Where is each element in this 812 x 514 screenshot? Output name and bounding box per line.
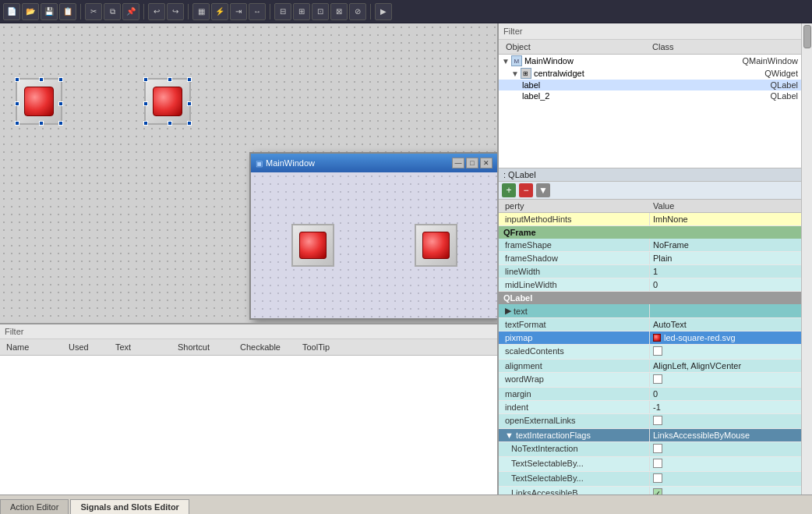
tab-signals-slots[interactable]: Signals and Slots Editor	[70, 499, 189, 514]
tab-order-button[interactable]: ⇥	[230, 3, 247, 20]
minimize-button[interactable]: —	[452, 158, 464, 168]
handle2-ml[interactable]	[143, 101, 148, 106]
layout-v-button[interactable]: ⊞	[293, 3, 310, 20]
canvas-label-1[interactable]	[16, 78, 62, 125]
section-qframe[interactable]: QFrame	[499, 226, 801, 239]
props-toolbar: + − ▼	[499, 182, 801, 200]
centralwidget-icon: ⊞	[521, 68, 531, 79]
new-button[interactable]: 📄	[3, 3, 20, 20]
handle2-bm[interactable]	[168, 121, 172, 126]
linksaccessible-checkbox[interactable]: ✓	[653, 488, 662, 495]
props-remove-button[interactable]: −	[519, 183, 533, 197]
tree-row-label2[interactable]: label_2 QLabel	[499, 90, 801, 101]
col-text: Text	[112, 341, 175, 353]
float-red-sq-2	[422, 232, 450, 259]
preview-button[interactable]: ▶	[375, 3, 392, 20]
prop-expand-text[interactable]: ▶ text	[499, 304, 801, 318]
openexternallinks-checkbox[interactable]	[653, 416, 662, 425]
float-titlebar[interactable]: ▣ MainWindow — □ ✕	[251, 154, 497, 172]
prop-row-scaledcontents[interactable]: scaledContents	[499, 345, 801, 360]
buddy-button[interactable]: ↔	[249, 3, 266, 20]
tree-row-centralwidget[interactable]: ▼ ⊞ centralwidget QWidget	[499, 67, 801, 80]
right-scrollbar[interactable]	[801, 23, 812, 495]
prop-row-midlinewidth[interactable]: midLineWidth 0	[499, 278, 801, 292]
handle-tl[interactable]	[15, 77, 19, 82]
scaledcontents-checkbox[interactable]	[653, 346, 662, 356]
tree-class-centralwidget: QWidget	[764, 69, 798, 78]
section-qlabel[interactable]: QLabel	[499, 292, 801, 304]
floating-window[interactable]: ▣ MainWindow — □ ✕	[249, 152, 497, 320]
save-as-button[interactable]: 📋	[59, 3, 76, 20]
prop-expand-textinteractionflags[interactable]: ▼ textInteractionFlags LinksAccessibleBy…	[499, 429, 801, 442]
textselectableby1-checkbox[interactable]	[653, 459, 662, 468]
open-button[interactable]: 📂	[22, 3, 39, 20]
maximize-button[interactable]: □	[466, 158, 478, 168]
pixmap-filename: led-square-red.svg	[664, 333, 736, 342]
prop-row-indent[interactable]: indent -1	[499, 401, 801, 414]
handle2-br[interactable]	[187, 121, 192, 126]
notextinteraction-checkbox[interactable]	[653, 444, 662, 453]
tree-row-mainwindow[interactable]: ▼ M MainWindow QMainWindow	[499, 55, 801, 67]
props-header-text: : QLabel	[503, 170, 536, 179]
prop-name-indent: indent	[499, 401, 650, 413]
prop-row-linksaccessible[interactable]: LinksAccessibleB... ✓	[499, 487, 801, 495]
handle-tr[interactable]	[58, 77, 63, 82]
design-canvas[interactable]: ▣ MainWindow — □ ✕	[0, 23, 497, 323]
handle2-mr[interactable]	[187, 101, 192, 106]
layout-form-button[interactable]: ⊠	[330, 3, 348, 20]
scrollbar-thumb[interactable]	[803, 25, 811, 48]
handle-br[interactable]	[58, 121, 63, 126]
tree-row-label[interactable]: label QLabel	[499, 80, 801, 90]
float-label-1[interactable]	[291, 224, 334, 267]
bottom-tabs: Action Editor Signals and Slots Editor	[0, 495, 812, 514]
prop-row-margin[interactable]: margin 0	[499, 388, 801, 401]
redo-button[interactable]: ↪	[167, 3, 184, 20]
undo-button[interactable]: ↩	[148, 3, 165, 20]
prop-row-wordwrap[interactable]: wordWrap	[499, 373, 801, 388]
prop-name-midlinewidth: midLineWidth	[499, 278, 650, 291]
layout-h-button[interactable]: ⊟	[274, 3, 291, 20]
prop-row-textselectableby2[interactable]: TextSelectableBy...	[499, 472, 801, 487]
sep1	[80, 4, 81, 19]
props-more-button[interactable]: ▼	[536, 183, 550, 197]
prop-value-textselectableby2	[650, 472, 801, 486]
prop-row-frameshadow[interactable]: frameShadow Plain	[499, 252, 801, 265]
wordwrap-checkbox[interactable]	[653, 374, 662, 384]
prop-row-frameshape[interactable]: frameShape NoFrame	[499, 239, 801, 252]
handle-mr[interactable]	[58, 101, 63, 106]
copy-button[interactable]: ⧉	[104, 3, 121, 20]
pixmap-preview-icon	[653, 334, 661, 342]
prop-row-linewidth[interactable]: lineWidth 1	[499, 265, 801, 278]
tab-action-editor[interactable]: Action Editor	[0, 499, 69, 514]
canvas-label-2[interactable]	[144, 78, 191, 125]
paste-button[interactable]: 📌	[122, 3, 139, 20]
save-button[interactable]: 💾	[41, 3, 58, 20]
prop-row-textformat[interactable]: textFormat AutoText	[499, 318, 801, 331]
prop-row-textselectableby1[interactable]: TextSelectableBy...	[499, 457, 801, 472]
right-panel-inner: Filter Object Class ▼ M MainWindow QMain…	[499, 23, 812, 495]
handle2-tr[interactable]	[187, 77, 192, 82]
float-label-2[interactable]	[415, 224, 457, 267]
prop-row-pixmap[interactable]: pixmap led-square-red.svg	[499, 331, 801, 345]
break-layout-button[interactable]: ⊘	[349, 3, 366, 20]
cut-button[interactable]: ✂	[85, 3, 102, 20]
close-button[interactable]: ✕	[480, 158, 492, 168]
handle-ml[interactable]	[15, 101, 19, 106]
layout-grid-button[interactable]: ⊡	[312, 3, 329, 20]
handle2-bl[interactable]	[143, 121, 148, 126]
prop-row-inputmethodhints[interactable]: inputMethodHints ImhNone	[499, 213, 801, 226]
handle-bl[interactable]	[15, 121, 19, 126]
handle2-tl[interactable]	[143, 77, 148, 82]
handle-bm[interactable]	[39, 121, 44, 126]
signal-slot-button[interactable]: ⚡	[211, 3, 228, 20]
sep5	[370, 4, 371, 19]
handle-tm[interactable]	[39, 77, 44, 82]
prop-value-indent: -1	[650, 401, 801, 413]
prop-row-notextinteraction[interactable]: NoTextInteraction	[499, 442, 801, 457]
widget-mode-button[interactable]: ▦	[192, 3, 210, 20]
prop-row-alignment[interactable]: alignment AlignLeft, AlignVCenter	[499, 360, 801, 373]
props-add-button[interactable]: +	[502, 183, 516, 197]
textselectableby2-checkbox[interactable]	[653, 473, 662, 483]
prop-row-openexternallinks[interactable]: openExternalLinks	[499, 414, 801, 429]
handle2-tm[interactable]	[168, 77, 172, 82]
